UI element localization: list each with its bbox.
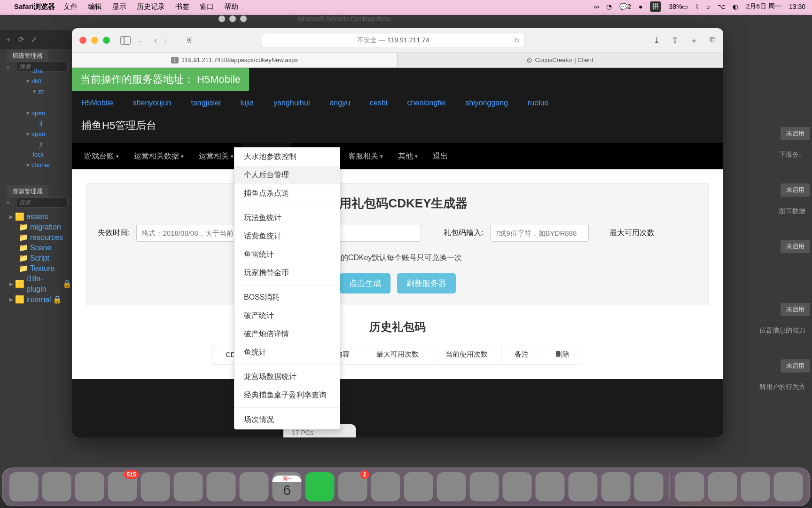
menu-edit[interactable]: 编辑 [88, 2, 102, 11]
asset-item[interactable]: 📁 resources [0, 232, 72, 243]
dropdown-item[interactable]: 大水池参数控制 [234, 148, 340, 166]
dock-finder[interactable] [9, 472, 39, 501]
cocos-add-asset-icon[interactable]: ＋ [5, 198, 11, 207]
nav-other[interactable]: 其他▾ [390, 143, 425, 169]
tree-item[interactable]: zh [0, 87, 72, 97]
menu-file[interactable]: 文件 [63, 2, 78, 11]
dock-drop-app2[interactable] [708, 472, 737, 501]
menubar-search-icon[interactable]: ⌕ [706, 3, 710, 10]
menubar-wifi-icon[interactable]: ⌇ [695, 3, 699, 10]
cocos-enable-btn[interactable]: 未启用 [781, 183, 810, 197]
dock-launchpad[interactable] [42, 472, 71, 501]
tree-item[interactable]: lock [0, 150, 72, 160]
srv-link[interactable]: chenlongfei [407, 99, 445, 107]
dock-cocos[interactable] [240, 472, 269, 501]
dock-appstore[interactable] [470, 472, 499, 501]
asset-item[interactable]: 📁 Scene [0, 243, 72, 253]
asset-item[interactable]: 🟨 internal 🔒 [0, 294, 72, 305]
safari-tab-1[interactable]: 1 119.91.211.74:88/appaspx/cdkeyNew.aspx [72, 53, 398, 67]
nav-back-icon[interactable]: ‹ [154, 35, 157, 46]
dock-messages[interactable]: 515 [108, 472, 137, 501]
safari-tab-2[interactable]: ◎ CocosCreator | Client [398, 53, 723, 67]
cocos-expand-icon[interactable]: ⤢ [31, 35, 37, 44]
menubar-time[interactable]: 13:30 [789, 3, 805, 10]
dropdown-item[interactable]: 玩家携带金币 [234, 264, 340, 282]
asset-item[interactable]: 🟨 assets [0, 212, 72, 222]
dropdown-item[interactable]: 场次情况 [234, 411, 340, 429]
srv-link[interactable]: angyu [329, 99, 350, 107]
menubar-app-name[interactable]: Safari浏览器 [14, 2, 55, 11]
dock-calendar[interactable]: 周一6 [273, 472, 302, 501]
asset-item[interactable]: 📁 Texture [0, 263, 72, 274]
nav-logout[interactable]: 退出 [425, 143, 455, 169]
dropdown-item[interactable]: 鱼雷统计 [234, 246, 340, 264]
nav-operation-data[interactable]: 运营相关数据▾ [126, 143, 191, 169]
tab-overview-icon[interactable]: ⧉ [710, 35, 716, 46]
traffic-lights[interactable] [79, 37, 110, 44]
menu-history[interactable]: 历史记录 [137, 2, 165, 11]
dock-system-prefs[interactable] [634, 472, 664, 501]
cocos-assets-title[interactable]: 资源管理器 [7, 185, 48, 198]
generate-button[interactable]: 点击生成 [340, 273, 390, 294]
cocos-hierarchy-title[interactable]: 层级管理器 [7, 50, 48, 62]
dock-wxwork[interactable] [536, 472, 565, 501]
tree-item[interactable]: ji [0, 119, 72, 129]
menubar-wechat[interactable]: 💬 2 [619, 3, 631, 10]
menu-view[interactable]: 显示 [112, 2, 126, 11]
dropdown-item[interactable]: 经典捕鱼桌子盈利率查询 [234, 386, 340, 405]
dropdown-item[interactable]: 话费鱼统计 [234, 227, 340, 246]
dock-iqiyi[interactable] [305, 472, 335, 501]
tree-item[interactable]: ji [0, 139, 72, 150]
tree-item[interactable]: open [0, 108, 72, 119]
menubar-icon-1[interactable]: ∞ [594, 3, 599, 10]
tree-item[interactable]: chuhai [0, 160, 72, 170]
nav-game-account[interactable]: 游戏台账▾ [77, 143, 126, 169]
dock-trash[interactable] [774, 472, 803, 501]
asset-item[interactable]: 📁 migration [0, 222, 72, 232]
safari-sidebar-icon[interactable] [120, 36, 131, 45]
menubar-battery[interactable]: 38% ▭ [669, 3, 688, 10]
input-code[interactable] [490, 224, 589, 242]
new-tab-icon[interactable]: ＋ [690, 35, 698, 46]
menu-window[interactable]: 窗口 [200, 2, 214, 11]
nav-service[interactable]: 客服相关▾ [341, 143, 390, 169]
dropdown-item[interactable]: 个人后台管理 [234, 166, 340, 184]
dock-qq[interactable] [371, 472, 400, 501]
cocos-refresh-icon[interactable]: ⟳ [18, 35, 24, 44]
srv-link[interactable]: yanghuihui [273, 99, 310, 107]
dropdown-item[interactable]: 鱼统计 [234, 343, 340, 362]
cocos-enable-btn[interactable]: 未启用 [781, 303, 810, 316]
cocos-enable-btn[interactable]: 未启用 [781, 127, 810, 140]
menu-bookmarks[interactable]: 书签 [175, 2, 189, 11]
chevron-down-icon[interactable]: ⌄ [137, 37, 142, 44]
dock-wechat[interactable]: 2 [338, 472, 367, 501]
dropdown-item[interactable]: 捕鱼点杀点送 [234, 184, 340, 203]
tree-item[interactable]: dk8 [0, 76, 72, 87]
menu-help[interactable]: 帮助 [224, 2, 238, 11]
refresh-servers-button[interactable]: 刷新服务器 [397, 273, 456, 294]
tree-item[interactable]: zha [0, 66, 72, 76]
srv-link[interactable]: ceshi [370, 99, 387, 107]
dock-vscode[interactable] [437, 472, 466, 501]
dropdown-item[interactable]: BOSS消耗 [234, 288, 340, 307]
dock-reminders[interactable] [207, 472, 236, 501]
safari-address-bar[interactable]: 不安全 — 119.91.211.74 ↻ [262, 33, 525, 48]
dock-drop-app[interactable] [675, 472, 704, 501]
asset-item[interactable]: 🟨 i18n-plugin 🔒 [0, 274, 72, 294]
dock-notes[interactable] [741, 472, 770, 501]
menubar-date[interactable]: 2月6日 周一 [746, 2, 781, 11]
dock-maps[interactable] [141, 472, 170, 501]
cocos-assets-search[interactable] [16, 197, 68, 207]
dropdown-item[interactable]: 破产炮倍详情 [234, 325, 340, 343]
menubar-input-method[interactable]: 拼 [650, 1, 661, 12]
cocos-enable-btn[interactable]: 未启用 [781, 359, 810, 373]
menubar-icon-2[interactable]: ◔ [606, 3, 612, 10]
srv-link[interactable]: lujia [241, 99, 254, 107]
srv-link[interactable]: H5Mobile [81, 99, 113, 107]
tree-item[interactable]: open [0, 129, 72, 139]
menubar-siri-icon[interactable]: ◐ [733, 3, 738, 10]
privacy-shield-icon[interactable]: ⛨ [187, 36, 194, 45]
download-icon[interactable]: ⤓ [653, 35, 660, 46]
dock-photos[interactable] [174, 472, 203, 501]
cocos-enable-btn[interactable]: 未启用 [781, 240, 810, 253]
